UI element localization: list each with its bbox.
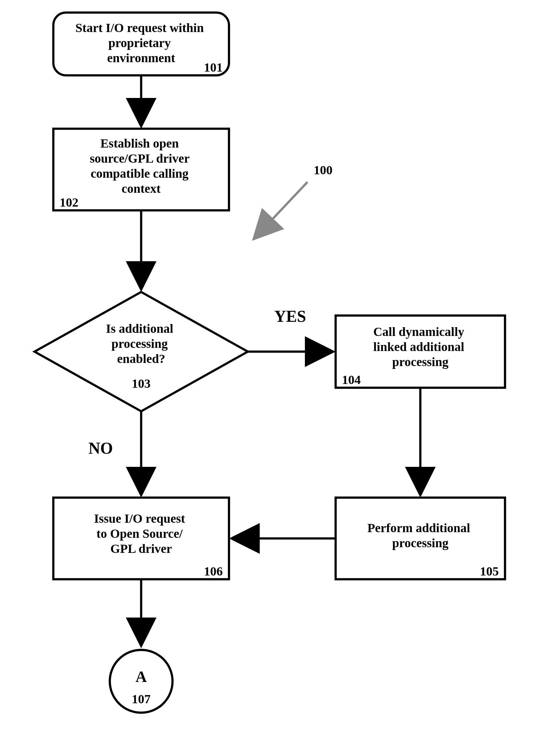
node-101-text-line2: proprietary <box>108 36 171 50</box>
node-105-process: Perform additional processing 105 <box>336 498 505 579</box>
node-101-terminator: Start I/O request within proprietary env… <box>53 12 229 75</box>
node-106-text-line3: GPL driver <box>110 542 172 556</box>
node-103-ref: 103 <box>132 376 151 391</box>
node-102-process: Establish open source/GPL driver compati… <box>53 129 229 210</box>
node-107-ref: 107 <box>132 692 151 706</box>
node-107-connector: A 107 <box>110 650 172 713</box>
node-102-text-line3: compatible calling <box>91 166 188 181</box>
node-103-text-line2: processing <box>111 337 167 351</box>
node-102-text-line4: context <box>122 182 161 196</box>
node-101-text-line3: environment <box>107 51 175 65</box>
edge-103-106-label-no: NO <box>88 439 113 457</box>
node-102-text-line2: source/GPL driver <box>90 151 189 165</box>
node-105-text-line2: processing <box>392 536 448 550</box>
node-107-letter: A <box>136 668 147 685</box>
node-101-ref: 101 <box>204 60 223 74</box>
node-104-text-line2: linked additional <box>373 340 464 354</box>
flowchart-svg: Start I/O request within proprietary env… <box>0 0 553 756</box>
node-103-text-line1: Is additional <box>106 322 173 336</box>
node-106-process: Issue I/O request to Open Source/ GPL dr… <box>53 498 229 579</box>
node-104-process: Call dynamically linked additional proce… <box>336 316 505 388</box>
node-104-text-line3: processing <box>392 355 448 369</box>
node-104-ref: 104 <box>342 373 361 387</box>
edge-103-104-label-yes: YES <box>274 307 306 325</box>
node-104-text-line1: Call dynamically <box>373 325 464 339</box>
node-103-text-line3: enabled? <box>117 352 165 366</box>
node-102-text-line1: Establish open <box>100 136 179 150</box>
figure-ref-arrow <box>254 182 307 238</box>
node-106-text-line1: Issue I/O request <box>94 511 185 526</box>
node-102-ref: 102 <box>60 195 78 209</box>
figure-ref-100: 100 <box>254 163 332 238</box>
node-105-ref: 105 <box>480 564 499 578</box>
figure-ref-label: 100 <box>314 163 332 177</box>
node-105-text-line1: Perform additional <box>367 521 470 535</box>
node-101-text-line1: Start I/O request within <box>75 21 204 35</box>
node-106-text-line2: to Open Source/ <box>97 527 183 541</box>
node-103-decision: Is additional processing enabled? 103 <box>34 292 248 411</box>
node-106-ref: 106 <box>204 564 223 578</box>
